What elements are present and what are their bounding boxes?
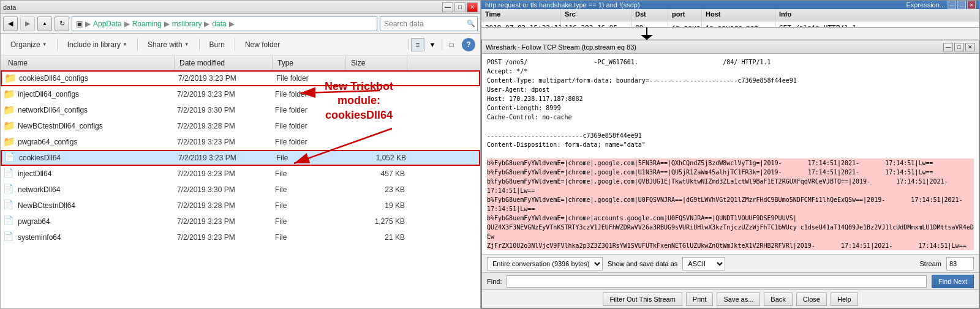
up-button[interactable]: ▲ xyxy=(37,17,52,31)
share-with-arrow: ▼ xyxy=(184,42,189,47)
file-row[interactable]: 📄injectDll647/2/2019 3:23 PMFile457 KB xyxy=(1,166,480,182)
help-button[interactable]: ? xyxy=(462,38,475,51)
breadcrumb-data[interactable]: data xyxy=(212,20,226,28)
tcp-stream-content: POST /ono5/ -PC_W617601. /84/ HTTP/1.1Ac… xyxy=(482,54,979,254)
file-date: 7/2/2019 3:23 PM xyxy=(178,74,276,83)
file-name: NewBCtestnDll64_configs xyxy=(18,122,177,130)
close-button-tcp[interactable]: Close xyxy=(796,292,827,306)
share-with-button[interactable]: Share with ▼ xyxy=(143,37,194,53)
file-size: 21 KB xyxy=(349,233,410,242)
file-size: 1,052 KB xyxy=(350,154,411,162)
file-date: 7/2/2019 3:23 PM xyxy=(178,154,276,162)
file-date: 7/2/2019 3:23 PM xyxy=(177,138,275,146)
stream-label: Stream xyxy=(920,260,941,267)
burn-button[interactable]: Burn xyxy=(205,37,230,53)
file-row[interactable]: 📁cookiesDll64_configs7/2/2019 3:23 PMFil… xyxy=(1,70,480,86)
ws-close[interactable]: ✕ xyxy=(967,1,976,9)
new-folder-label: New folder xyxy=(245,40,280,49)
ws-packet-row[interactable]: 2019-07-02 15:23:11116.203.16.9580ip.any… xyxy=(481,21,979,28)
col-header-size[interactable]: Size xyxy=(346,56,407,70)
breadcrumb-roaming[interactable]: Roaming xyxy=(132,20,162,28)
folder-icon: 📁 xyxy=(3,104,15,116)
find-next-button[interactable]: Find Next xyxy=(932,275,974,288)
include-library-button[interactable]: Include in library ▼ xyxy=(62,37,132,53)
tcp-stream-line: Accept: */* xyxy=(487,67,974,76)
search-input[interactable] xyxy=(380,17,478,31)
breadcrumb-mslibrary[interactable]: mslibrary xyxy=(172,20,202,28)
ws-cell-time: 2019-07-02 15:23:11 xyxy=(481,21,561,28)
folder-icon: 📁 xyxy=(3,120,15,132)
file-date: 7/2/2019 3:23 PM xyxy=(177,233,275,242)
ws-title-buttons: — □ ✕ xyxy=(948,1,976,9)
format-select[interactable]: ASCII xyxy=(682,257,725,270)
file-date: 7/2/2019 3:28 PM xyxy=(177,201,275,210)
breadcrumb-appdata[interactable]: AppData xyxy=(93,20,122,28)
ws-col-port: port xyxy=(668,9,702,21)
back-button[interactable]: Back xyxy=(764,292,792,306)
col-header-type[interactable]: Type xyxy=(273,56,346,70)
ws-maximize[interactable]: □ xyxy=(957,1,966,9)
file-date: 7/2/2019 3:30 PM xyxy=(177,106,275,114)
ws-col-host: Host xyxy=(702,9,775,21)
tcp-stream-line: User-Agent: dpost xyxy=(487,85,974,94)
help-button-tcp[interactable]: Help xyxy=(831,292,858,306)
file-row[interactable]: 📄systeminfo647/2/2019 3:23 PMFile21 KB xyxy=(1,229,480,245)
col-header-name[interactable]: Name xyxy=(3,56,175,70)
file-row[interactable]: 📁injectDll64_configs7/2/2019 3:23 PMFile… xyxy=(1,86,480,102)
tcp-title-bar: Wireshark · Follow TCP Stream (tcp.strea… xyxy=(482,40,979,54)
file-name: pwgrab64_configs xyxy=(18,138,177,146)
file-name: pwgrab64 xyxy=(18,217,177,226)
file-date: 7/2/2019 3:23 PM xyxy=(177,169,275,178)
ws-cell-info: GET /plain HTTP/1.1 xyxy=(775,21,979,28)
minimize-button[interactable]: — xyxy=(442,2,453,12)
stream-number-input[interactable] xyxy=(946,257,974,270)
organize-button[interactable]: Organize ▼ xyxy=(6,37,52,53)
find-label: Find: xyxy=(487,278,502,285)
file-row[interactable]: 📁networkDll64_configs7/2/2019 3:30 PMFil… xyxy=(1,102,480,118)
file-icon: 📄 xyxy=(3,199,15,212)
filter-out-stream-button[interactable]: Filter Out This Stream xyxy=(603,292,682,306)
save-as-button[interactable]: Save as... xyxy=(717,292,760,306)
file-row[interactable]: 📄pwgrab647/2/2019 3:23 PMFile1,275 KB xyxy=(1,214,480,229)
file-row[interactable]: 📄cookiesDll647/2/2019 3:23 PMFile1,052 K… xyxy=(1,150,480,166)
refresh-button[interactable]: ↻ xyxy=(55,17,69,31)
search-icon[interactable]: 🔍 xyxy=(467,20,475,28)
organize-label: Organize xyxy=(10,40,40,49)
organize-dropdown-arrow: ▼ xyxy=(42,42,47,47)
title-bar-text: data xyxy=(3,4,16,11)
file-row[interactable]: 📄NewBCtestnDll647/2/2019 3:28 PMFile19 K… xyxy=(1,198,480,214)
forward-button[interactable]: ▶ xyxy=(20,17,35,31)
tcp-close[interactable]: ✕ xyxy=(965,43,975,51)
view-icons: ≡ ▼ □ ? xyxy=(407,38,475,51)
file-type: File xyxy=(275,201,349,210)
ws-minimize[interactable]: — xyxy=(948,1,956,9)
tcp-stream-line: b%FybG8uemFyYWldvemE=|chrome|.google.com… xyxy=(487,158,974,168)
tcp-minimize[interactable]: — xyxy=(943,43,953,51)
back-button[interactable]: ◀ xyxy=(3,17,18,31)
tcp-title-text: Wireshark · Follow TCP Stream (tcp.strea… xyxy=(486,43,636,51)
print-button[interactable]: Print xyxy=(686,292,714,306)
conversation-select[interactable]: Entire conversation (9396 bytes) xyxy=(487,257,603,270)
file-type: File xyxy=(276,154,350,162)
find-input[interactable] xyxy=(507,275,926,288)
new-folder-button[interactable]: New folder xyxy=(240,37,285,53)
file-row[interactable]: 📄networkDll647/2/2019 3:30 PMFile23 KB xyxy=(1,182,480,198)
burn-label: Burn xyxy=(209,40,225,49)
separator-4 xyxy=(235,39,235,51)
file-row[interactable]: 📁NewBCtestnDll64_configs7/2/2019 3:28 PM… xyxy=(1,118,480,134)
tcp-stream-line: QUZ4X3F3NEVGNzEyVThKSTRTY3czV1JEUFhWZDRw… xyxy=(487,223,974,241)
expression-button[interactable]: Expression... xyxy=(906,1,945,9)
view-dropdown-button[interactable]: ▼ xyxy=(426,38,439,51)
close-button[interactable]: ✕ xyxy=(467,2,478,12)
breadcrumb[interactable]: ▣ ▶ AppData ▶ Roaming ▶ mslibrary ▶ data… xyxy=(72,17,377,31)
maximize-button[interactable]: □ xyxy=(454,2,466,12)
file-name: NewBCtestnDll64 xyxy=(18,201,177,210)
preview-pane-button[interactable]: □ xyxy=(445,38,458,51)
tcp-stream-line: Host: 170.238.117.187:8082 xyxy=(487,94,974,103)
col-header-date[interactable]: Date modified xyxy=(175,56,273,70)
tcp-find-bar: Find: Find Next xyxy=(482,272,979,289)
ws-col-dst: Dst xyxy=(631,9,668,21)
file-row[interactable]: 📁pwgrab64_configs7/2/2019 3:23 PMFile fo… xyxy=(1,134,480,150)
view-list-button[interactable]: ≡ xyxy=(411,38,424,51)
tcp-maximize[interactable]: □ xyxy=(954,43,964,51)
